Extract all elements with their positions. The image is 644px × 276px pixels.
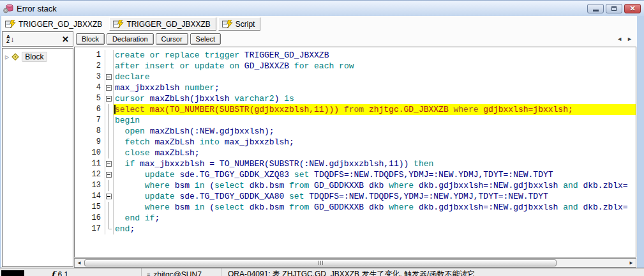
line-number[interactable]: 7 bbox=[75, 115, 105, 126]
code-text[interactable]: if max_jbxxzblsh = TO_NUMBER(SUBSTR(:NEW… bbox=[114, 158, 636, 169]
tab-3-script[interactable]: Script bbox=[218, 17, 261, 31]
status-connection-segment: ≡ zhjtgc@SUN7 bbox=[142, 268, 221, 276]
token: GD_GDDKXXB dkb bbox=[314, 203, 389, 212]
line-number[interactable]: 13 bbox=[75, 180, 105, 191]
line-number[interactable]: 8 bbox=[75, 126, 105, 137]
code-text[interactable]: close maxZbLsh; bbox=[114, 148, 636, 158]
token: after insert or update on bbox=[115, 61, 244, 71]
tab-2-trigger_gd_jbxxzb[interactable]: TRIGGER_GD_JBXXZB bbox=[109, 17, 216, 31]
close-icon: ✕ bbox=[629, 5, 635, 12]
token: create or replace trigger bbox=[115, 50, 244, 60]
code-editor[interactable]: 1create or replace trigger TRIGGER_GD_JB… bbox=[74, 47, 636, 257]
database-icon bbox=[3, 3, 13, 13]
select-button[interactable]: Select bbox=[190, 33, 221, 45]
tab-label: TRIGGER_GD_JBXXZB bbox=[126, 20, 210, 29]
fold-collapse-icon[interactable] bbox=[106, 194, 112, 199]
line-number[interactable]: 5 bbox=[75, 93, 105, 104]
code-text[interactable]: after insert or update on GD_JBXXZB for … bbox=[114, 61, 636, 72]
code-text[interactable]: end; bbox=[114, 224, 636, 234]
token: dkb.zblx= bbox=[583, 181, 627, 190]
token: bsm bbox=[175, 203, 195, 212]
line-number[interactable]: 17 bbox=[75, 224, 105, 234]
fold-gutter bbox=[105, 72, 114, 82]
code-text[interactable]: create or replace trigger TRIGGER_GD_JBX… bbox=[114, 50, 636, 61]
line-number[interactable]: 12 bbox=[75, 169, 105, 180]
token: ; bbox=[214, 83, 220, 93]
line-number[interactable]: 1 bbox=[75, 50, 105, 61]
chevron-right-icon[interactable]: ▷ bbox=[5, 54, 9, 60]
close-button[interactable]: ✕ bbox=[624, 4, 641, 13]
tree-item-block[interactable]: ▷ Block bbox=[5, 52, 73, 62]
line-number[interactable]: 15 bbox=[75, 202, 105, 213]
code-text[interactable]: update sde.TG_TDGY_GDDK_XA80 set TDQDFS=… bbox=[114, 191, 636, 202]
code-text[interactable]: end if; bbox=[114, 213, 636, 224]
token: varchar2 bbox=[234, 94, 274, 103]
error-stack-window: Error stack ✕ TRIGGER_GD_JBXXZBTRIGGER_G… bbox=[0, 0, 644, 276]
line-number[interactable]: 9 bbox=[75, 137, 105, 148]
minimize-button[interactable] bbox=[587, 4, 604, 13]
line-number[interactable]: 10 bbox=[75, 148, 105, 158]
main-area: AZ ↓ ✕ ▷ Block BlockDeclarationCursorSel bbox=[1, 31, 637, 268]
line-number[interactable]: 11 bbox=[75, 158, 105, 169]
fold-collapse-icon[interactable] bbox=[106, 96, 112, 102]
panel-close-icon[interactable]: ✕ bbox=[62, 34, 69, 44]
fold-collapse-icon[interactable] bbox=[106, 172, 112, 178]
sort-icon[interactable]: AZ ↓ bbox=[6, 34, 14, 43]
scroll-left-icon[interactable]: ◄ bbox=[617, 36, 622, 42]
line-number[interactable]: 14 bbox=[75, 191, 105, 202]
error-highlight-line[interactable]: select max(TO_NUMBER(SUBSTR(gdjbxxzblsh,… bbox=[114, 104, 636, 115]
block-button[interactable]: Block bbox=[76, 33, 105, 45]
token: dkb.zblx= bbox=[583, 203, 627, 212]
line-number[interactable]: 16 bbox=[75, 213, 105, 224]
token: where bbox=[389, 181, 419, 190]
maximize-button[interactable] bbox=[606, 4, 622, 13]
fold-collapse-icon[interactable] bbox=[106, 85, 112, 91]
token: then bbox=[414, 159, 433, 169]
status-swatch bbox=[1, 270, 24, 276]
scrollbar-thumb[interactable] bbox=[84, 259, 557, 266]
tree-item-label: Block bbox=[22, 52, 47, 62]
scroll-right-icon[interactable]: ► bbox=[627, 36, 633, 42]
function-icon: ƒ bbox=[51, 270, 55, 276]
line-number[interactable]: 4 bbox=[75, 82, 105, 93]
code-text[interactable]: open maxZbLsh(:NEW.gdjbxxlsh); bbox=[114, 126, 636, 137]
scrollbar-right-arrow-icon[interactable]: ► bbox=[627, 259, 636, 267]
toolbar-pager: ◄ ► bbox=[617, 36, 634, 42]
fold-collapse-icon[interactable] bbox=[106, 74, 112, 80]
code-text[interactable]: fetch maxZbLsh into max_jbxxzblsh; bbox=[114, 137, 636, 148]
fold-gutter bbox=[105, 213, 114, 224]
block-tree: ▷ Block bbox=[2, 48, 73, 267]
text-caret bbox=[114, 105, 116, 114]
line-number[interactable]: 3 bbox=[75, 72, 105, 82]
code-text[interactable]: declare bbox=[114, 72, 636, 82]
line-number[interactable]: 2 bbox=[75, 61, 105, 72]
scrollbar-left-arrow-icon[interactable]: ◄ bbox=[75, 259, 84, 267]
fold-collapse-icon[interactable] bbox=[106, 161, 112, 167]
code-text[interactable]: where bsm in (select dkb.bsm from GD_GDD… bbox=[114, 202, 636, 213]
declaration-button[interactable]: Declaration bbox=[107, 33, 154, 45]
code-text[interactable]: max_jbxxzblsh number; bbox=[114, 82, 636, 93]
cursor-button[interactable]: Cursor bbox=[156, 33, 188, 45]
token: dkb.bsm bbox=[250, 181, 289, 190]
code-line-10: 10 close maxZbLsh; bbox=[75, 148, 636, 158]
code-line-14: 14 update sde.TG_TDGY_GDDK_XA80 set TDQD… bbox=[75, 191, 636, 202]
code-text[interactable]: update sde.TG_TDGY_GDDK_XZQ83 set TDQDFS… bbox=[114, 169, 636, 180]
token: number bbox=[184, 83, 214, 93]
fold-gutter bbox=[105, 148, 114, 158]
fold-connector bbox=[109, 115, 109, 126]
code-text[interactable]: where bsm in (select dkb.bsm from GD_GDD… bbox=[114, 180, 636, 191]
tab-1-trigger_gd_jbxxzb[interactable]: TRIGGER_GD_JBXXZB bbox=[2, 17, 107, 31]
fold-gutter bbox=[105, 93, 114, 104]
tab-bar: TRIGGER_GD_JBXXZBTRIGGER_GD_JBXXZBScript bbox=[1, 16, 637, 31]
token: update bbox=[145, 170, 180, 180]
fold-gutter bbox=[105, 191, 114, 202]
token: TDQDFS=:NEW.TDQDFS,YDMJ=:NEW.YDMJ,TDYT=:… bbox=[309, 192, 548, 201]
fold-connector bbox=[109, 104, 109, 115]
token: dkb.gdjbxxlsh=:NEW.gdjbxxlsh bbox=[419, 203, 563, 212]
fold-gutter bbox=[105, 104, 114, 115]
code-text[interactable]: begin bbox=[114, 115, 636, 126]
code-text[interactable]: cursor maxZbLsh(jbxxlsh varchar2) is bbox=[114, 93, 636, 104]
line-number[interactable]: 6 bbox=[75, 104, 105, 115]
token: TRIGGER_GD_JBXXZB bbox=[244, 50, 329, 60]
horizontal-scrollbar[interactable]: ◄ ► bbox=[74, 258, 636, 268]
